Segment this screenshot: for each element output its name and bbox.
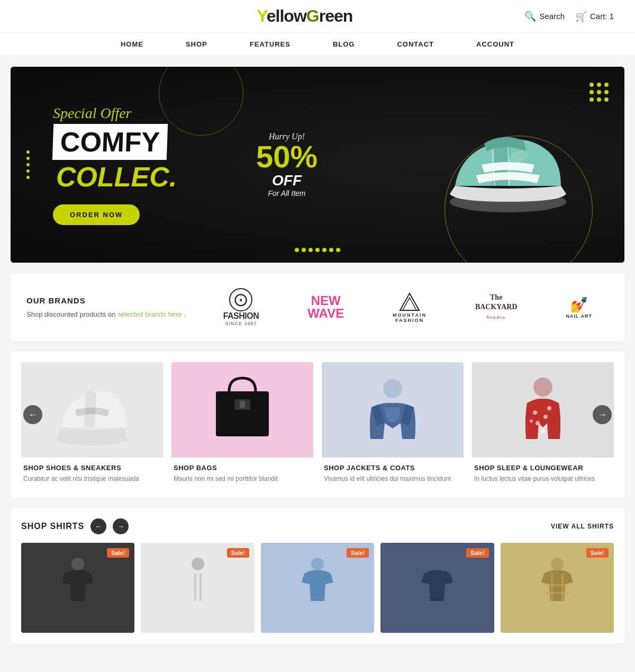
category-loungewear-image	[472, 362, 614, 458]
brand-mountain-icon	[398, 291, 421, 312]
shirt-svg-5	[533, 553, 581, 622]
cart-icon: 🛒	[575, 11, 587, 22]
category-jackets[interactable]: SHOP JACKETS & COATS Vivamus id elit ult…	[322, 362, 464, 487]
brand-mountain-name: MOUNTAINFASHION	[393, 312, 427, 323]
brand-fashion-name: FASHION	[223, 311, 259, 321]
category-loungewear-info: SHOP SLEEP & LOUNGEWEAR In luctus lectus…	[472, 458, 614, 487]
brands-link[interactable]: selected brands here	[117, 310, 182, 318]
nav-features[interactable]: FEATURES	[250, 40, 291, 48]
jackets-svg	[356, 370, 430, 450]
cart-label: Cart: 1	[590, 12, 614, 21]
category-loungewear-title: SHOP SLEEP & LOUNGEWEAR	[474, 464, 612, 472]
brand-backyard-text: TheBACKYARDStudio	[475, 293, 518, 322]
shirt-sale-badge-3: Sale!	[347, 548, 369, 558]
search-button[interactable]: 🔍 Search	[524, 11, 565, 22]
svg-point-12	[536, 421, 540, 425]
shoes-svg	[50, 370, 134, 450]
category-shoes[interactable]: SHOP SHOES & SNEAKERS Curabitur ac velit…	[21, 362, 163, 487]
shirts-prev-button[interactable]: ←	[90, 518, 106, 534]
hero-discount-text: 50%	[256, 141, 318, 172]
brand-fashion-sub: SINCE 1987	[225, 321, 257, 326]
hero-title-collec: COLLEC.	[56, 161, 177, 193]
brand-backyard: TheBACKYARDStudio	[475, 293, 518, 322]
category-bags-image	[171, 362, 313, 458]
brands-description: Shop discounted products on selected bra…	[26, 310, 186, 318]
shirt-card-3[interactable]: Sale!	[261, 543, 374, 633]
nav-shop[interactable]: SHOP	[186, 40, 207, 48]
brand-mountain: MOUNTAINFASHION	[393, 291, 427, 323]
nav-account[interactable]: ACCOUNT	[476, 40, 514, 48]
category-jackets-desc: Vivamus id elit ultricies dui maximus ti…	[324, 474, 461, 483]
hero-dots-right	[589, 83, 609, 102]
header: YellowGreen 🔍 Search 🛒 Cart: 1	[0, 0, 635, 33]
category-shoes-info: SHOP SHOES & SNEAKERS Curabitur ac velit…	[21, 458, 163, 487]
brands-text: OUR BRANDS Shop discounted products on s…	[26, 296, 186, 318]
svg-rect-5	[216, 391, 269, 436]
nav-blog[interactable]: BLOG	[333, 40, 355, 48]
shirt-card-5[interactable]: Sale!	[501, 543, 614, 633]
hero-content: Special Offer COMFY COLLEC. ORDER NOW	[11, 105, 177, 225]
shirt-svg-2	[174, 553, 222, 622]
search-icon: 🔍	[524, 11, 536, 22]
category-jackets-title: SHOP JACKETS & COATS	[324, 464, 461, 472]
svg-point-22	[551, 558, 564, 570]
brand-fashion: ⊙ FASHION SINCE 1987	[223, 288, 259, 326]
nav-contact[interactable]: CONTACT	[397, 40, 434, 48]
category-jackets-image	[322, 362, 464, 458]
svg-rect-7	[240, 401, 245, 408]
svg-marker-2	[400, 293, 419, 310]
svg-point-14	[530, 419, 533, 423]
svg-point-16	[71, 558, 84, 570]
svg-marker-3	[403, 298, 416, 310]
brands-heading: OUR BRANDS	[26, 296, 186, 305]
hero-off-text: OFF	[256, 172, 318, 189]
shirts-section: SHOP SHIRTS ← → VIEW ALL SHIRTS Sale!	[11, 508, 624, 643]
logo-reen: reen	[319, 6, 353, 25]
main-nav: HOME SHOP FEATURES BLOG CONTACT ACCOUNT	[0, 33, 635, 56]
category-shoes-desc: Curabitur ac velit nisi tristique malesu…	[23, 474, 161, 483]
shirt-sale-badge-4: Sale!	[466, 548, 488, 558]
hero-discount-block: Hurry Up! 50% OFF For All Item	[256, 132, 318, 198]
svg-point-13	[547, 406, 551, 410]
svg-point-21	[431, 558, 443, 570]
category-loungewear[interactable]: SHOP SLEEP & LOUNGEWEAR In luctus lectus…	[472, 362, 614, 487]
category-shoes-image	[21, 362, 163, 458]
shirt-svg-1	[54, 553, 102, 622]
hero-title-comfy: COMFY	[52, 124, 168, 160]
nav-home[interactable]: HOME	[121, 40, 143, 48]
hero-banner: Special Offer COMFY COLLEC. ORDER NOW Hu…	[11, 67, 624, 263]
logo-g: G	[306, 6, 319, 25]
shirt-sale-badge-5: Sale!	[586, 548, 609, 558]
shirt-sale-badge-2: Sale!	[227, 548, 249, 558]
hero-special-offer: Special Offer	[53, 105, 177, 122]
category-bags[interactable]: SHOP BAGS Mauris non mi sed mi porttitor…	[171, 362, 313, 487]
shirt-sale-badge-1: Sale!	[107, 548, 129, 558]
shirt-card-2[interactable]: Sale!	[141, 543, 254, 633]
shirts-header: SHOP SHIRTS ← → VIEW ALL SHIRTS	[21, 518, 614, 534]
view-all-shirts-link[interactable]: VIEW ALL SHIRTS	[551, 523, 614, 530]
svg-point-10	[533, 410, 537, 415]
brands-section: OUR BRANDS Shop discounted products on s…	[11, 273, 624, 341]
svg-point-9	[533, 378, 552, 397]
order-now-button[interactable]: ORDER NOW	[53, 204, 140, 225]
brand-newwave: NEWWAVE	[307, 294, 344, 320]
svg-point-11	[543, 415, 548, 419]
shirt-svg-3	[294, 553, 341, 622]
brands-logos: ⊙ FASHION SINCE 1987 NEWWAVE MOUNTAINFAS…	[207, 288, 609, 326]
shirts-grid: Sale! Sale! Sale!	[21, 543, 614, 633]
category-bags-desc: Mauris non mi sed mi porttitor blandit	[174, 474, 311, 483]
shirts-header-left: SHOP SHIRTS ← →	[21, 518, 129, 534]
brand-nailart-name: NAIL ART	[566, 313, 592, 319]
categories-prev-button[interactable]: ←	[23, 405, 42, 424]
shirts-next-button[interactable]: →	[113, 518, 129, 534]
search-label: Search	[539, 12, 565, 21]
categories-grid: SHOP SHOES & SNEAKERS Curabitur ac velit…	[21, 362, 614, 487]
shirt-card-4[interactable]: Sale!	[380, 543, 494, 633]
header-actions: 🔍 Search 🛒 Cart: 1	[524, 11, 614, 22]
svg-point-17	[192, 558, 204, 570]
shirt-card-1[interactable]: Sale!	[21, 543, 134, 633]
category-bags-info: SHOP BAGS Mauris non mi sed mi porttitor…	[171, 458, 313, 487]
bags-svg	[205, 370, 279, 450]
cart-button[interactable]: 🛒 Cart: 1	[575, 11, 614, 22]
categories-next-button[interactable]: →	[593, 405, 612, 424]
